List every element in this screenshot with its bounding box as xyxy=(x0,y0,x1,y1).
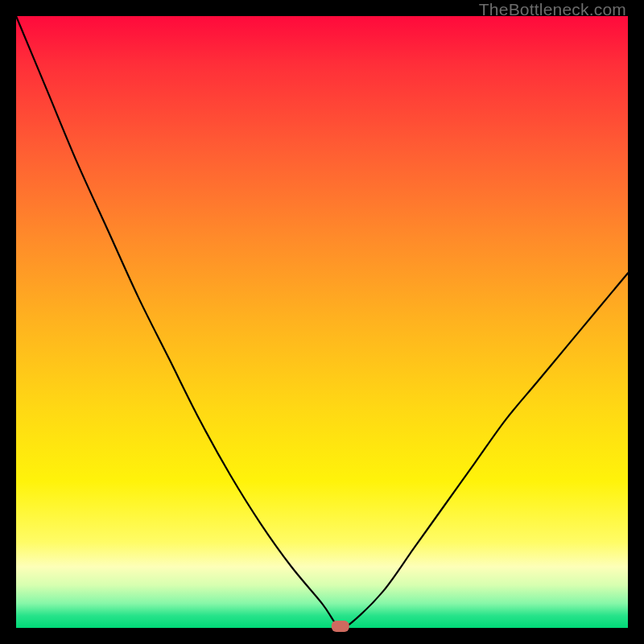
watermark-text: TheBottleneck.com xyxy=(479,0,626,19)
chart-frame: TheBottleneck.com xyxy=(0,0,644,644)
chart-svg xyxy=(16,16,628,628)
optimal-marker xyxy=(332,621,349,632)
plot-area xyxy=(16,16,628,628)
bottleneck-curve xyxy=(16,16,628,628)
